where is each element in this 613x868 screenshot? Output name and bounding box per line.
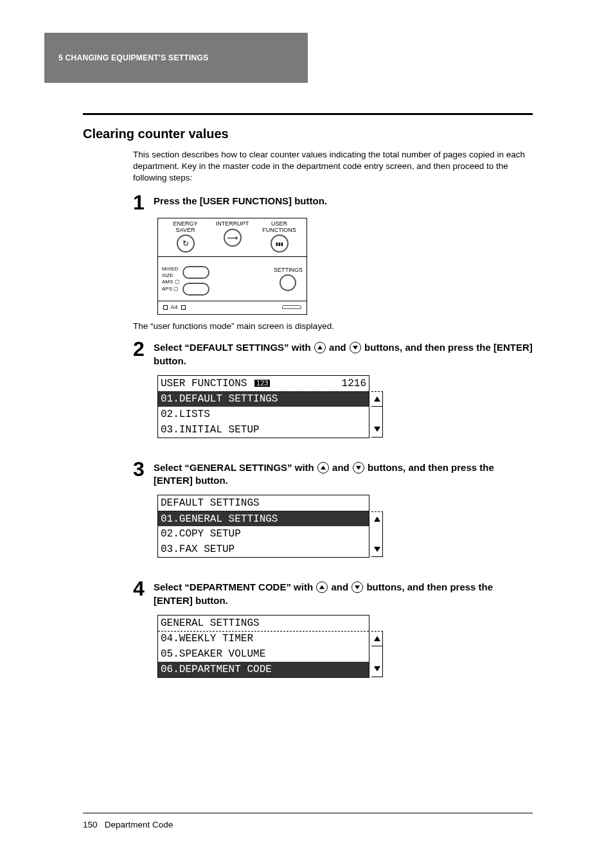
- page-number: 150: [83, 820, 98, 829]
- scroll-mid: [371, 526, 383, 542]
- lcd-item: 03.FAX SETUP: [161, 544, 235, 554]
- lcd-header: DEFAULT SETTINGS: [161, 498, 260, 508]
- interrupt-button: ⟶: [224, 229, 242, 247]
- step-number: 3: [133, 460, 148, 479]
- energy-saver-label: ENERGY SAVER: [162, 221, 209, 233]
- lcd-screen: GENERAL SETTINGS 04.WEEKLY TIMER 05.SPEA…: [157, 615, 369, 678]
- lcd-item: 02.COPY SETUP: [161, 529, 241, 539]
- scroll-down-icon: [371, 542, 383, 557]
- lcd-item: 06.DEPARTMENT CODE: [161, 664, 272, 675]
- chapter-header: 5 CHANGING EQUIPMENT'S SETTINGS: [44, 33, 308, 83]
- lcd-counter: 1216: [342, 378, 366, 389]
- step-title: Press the [USER FUNCTIONS] button.: [154, 193, 327, 208]
- energy-saver-button: ↻: [177, 235, 195, 252]
- lcd-item: 04.WEEKLY TIMER: [161, 633, 253, 644]
- step-number: 4: [133, 580, 148, 598]
- mixed-size-label: MIXED SIZE: [162, 266, 180, 279]
- footer-section: Department Code: [105, 820, 173, 829]
- scroll-mid: [371, 407, 383, 422]
- scroll-down-icon: [371, 422, 383, 438]
- a4-label: A4: [171, 304, 178, 310]
- section-rule: [83, 113, 533, 115]
- lcd-item: 01.DEFAULT SETTINGS: [161, 394, 278, 404]
- scroll-up-icon: [371, 631, 383, 646]
- lcd-screen: USER FUNCTIONS 123 1216 01.DEFAULT SETTI…: [157, 375, 369, 438]
- step-number: 2: [133, 340, 148, 359]
- oval-button-1: [182, 266, 209, 279]
- up-arrow-icon: [317, 462, 329, 474]
- intro-text: This section describes how to clear coun…: [133, 149, 533, 184]
- scroll-down-icon: [371, 662, 383, 677]
- section-title: Clearing counter values: [83, 127, 533, 141]
- chapter-label: 5 CHANGING EQUIPMENT'S SETTINGS: [58, 53, 209, 62]
- step-3: 3 Select “GENERAL SETTINGS” with and but…: [133, 460, 533, 558]
- step-2: 2 Select “DEFAULT SETTINGS” with and but…: [133, 340, 533, 438]
- user-functions-button: ▮▮▮: [271, 235, 289, 252]
- lcd-item: 05.SPEAKER VOLUME: [161, 649, 265, 659]
- scroll-up-icon: [371, 511, 383, 527]
- lcd-header: GENERAL SETTINGS: [161, 618, 260, 628]
- user-functions-label: USER FUNCTIONS: [256, 221, 303, 233]
- down-arrow-icon: [353, 462, 364, 474]
- interrupt-label: INTERRUPT: [209, 221, 256, 227]
- scroll-mid: [371, 646, 383, 662]
- step-title: Select “DEPARTMENT CODE” with and button…: [154, 580, 533, 607]
- ams-label: AMS: [162, 279, 173, 285]
- scroll-up-icon: [371, 391, 383, 407]
- up-arrow-icon: [316, 581, 328, 593]
- lcd-numbox: 123: [254, 380, 270, 387]
- oval-button-2: [182, 283, 209, 296]
- step-title: Select “DEFAULT SETTINGS” with and butto…: [154, 340, 533, 368]
- down-arrow-icon: [351, 581, 363, 593]
- step-1: 1 Press the [USER FUNCTIONS] button. ENE…: [133, 193, 533, 332]
- lcd-item: 02.LISTS: [161, 409, 210, 420]
- step-4: 4 Select “DEPARTMENT CODE” with and butt…: [133, 580, 533, 678]
- aps-label: APS: [162, 286, 172, 292]
- lcd-item: 01.GENERAL SETTINGS: [161, 514, 278, 524]
- settings-label: SETTINGS: [274, 267, 303, 273]
- settings-button: [280, 274, 296, 291]
- step-number: 1: [133, 193, 148, 212]
- tray-icon: [282, 305, 301, 309]
- lcd-item: 03.INITIAL SETUP: [161, 425, 260, 435]
- control-panel-illustration: ENERGY SAVER ↻ INTERRUPT ⟶ USER FUNCTION…: [157, 218, 307, 315]
- up-arrow-icon: [314, 342, 326, 353]
- step-title: Select “GENERAL SETTINGS” with and butto…: [154, 460, 533, 488]
- lcd-screen: DEFAULT SETTINGS 01.GENERAL SETTINGS 02.…: [157, 495, 369, 558]
- down-arrow-icon: [350, 342, 361, 353]
- page-footer: 150 Department Code: [83, 813, 533, 829]
- lcd-header: USER FUNCTIONS: [161, 378, 247, 389]
- step-note: The “user functions mode” main screen is…: [133, 321, 533, 331]
